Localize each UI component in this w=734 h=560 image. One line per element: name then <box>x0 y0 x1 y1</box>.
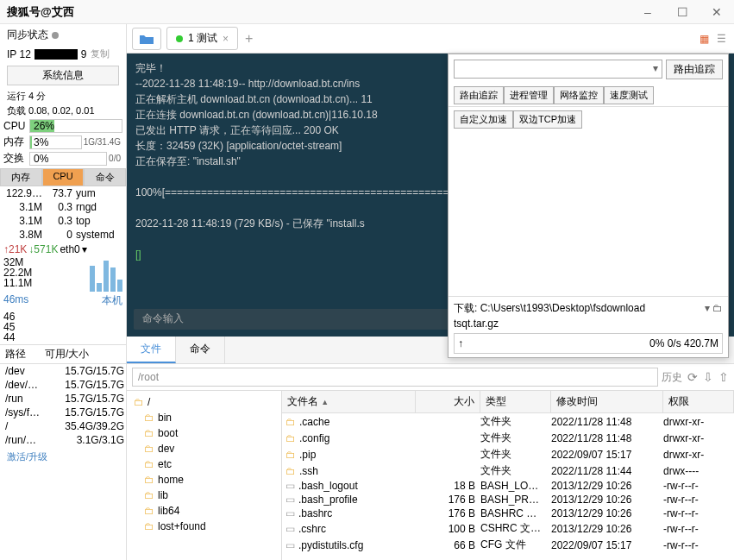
file-row[interactable]: ▭.bashrc176 BBASHRC …2013/12/29 10:26-rw… <box>282 507 734 520</box>
ping-ms: 46ms <box>3 293 28 308</box>
mem-extra: 1G/31.4G <box>84 137 122 147</box>
fp-tab[interactable]: 进程管理 <box>504 86 554 104</box>
col-type[interactable]: 类型 <box>480 391 551 412</box>
list-view-icon[interactable]: ☰ <box>713 31 729 47</box>
path-row[interactable]: /dev15.7G/15.7G <box>0 364 126 378</box>
maximize-button[interactable]: ☐ <box>665 0 699 24</box>
net-row: ↑21K ↓571K eth0 ▾ <box>0 242 126 257</box>
session-tab[interactable]: 1 测试 × <box>166 27 238 50</box>
sidebar: 同步状态 IP 12 9 复制 系统信息 运行 4 分 负载 0.08, 0.0… <box>0 24 127 560</box>
fp-tab[interactable]: 自定义加速 <box>454 110 513 129</box>
tab-files[interactable]: 文件 <box>127 337 176 363</box>
folder-icon: 🗀 <box>144 489 154 501</box>
file-row[interactable]: ▭.bash_profile176 BBASH_PR…2013/12/29 10… <box>282 493 734 507</box>
net-up: ↑21K <box>3 243 27 255</box>
file-row[interactable]: ▭.cshrc100 BCSHRC 文…2013/12/29 10:26-rw-… <box>282 520 734 537</box>
tree-item[interactable]: 🗀etc <box>130 456 278 472</box>
folder-icon[interactable]: 🗀 <box>712 302 723 314</box>
path-input[interactable] <box>132 368 658 387</box>
path-row[interactable]: /35.4G/39.2G <box>0 419 126 433</box>
tree-item[interactable]: 🗀bin <box>130 410 278 425</box>
tree-item[interactable]: 🗀lib <box>130 488 278 503</box>
cpu-meter: CPU 26% <box>0 118 126 134</box>
folder-open-icon <box>139 33 154 45</box>
col-date[interactable]: 修改时间 <box>551 391 663 412</box>
mem-pct: 3% <box>30 136 81 148</box>
fp-tab[interactable]: 路由追踪 <box>454 86 504 104</box>
fp-tab[interactable]: 速度测试 <box>604 86 654 104</box>
fp-tab[interactable]: 双边TCP加速 <box>513 110 582 129</box>
activate-link[interactable]: 激活/升级 <box>0 447 126 467</box>
upload-icon[interactable]: ⇧ <box>718 370 729 384</box>
file-row[interactable]: 🗀.pip文件夹2022/09/07 15:17drwxr-xr- <box>282 446 734 462</box>
tab-mem[interactable]: 内存 <box>0 168 42 186</box>
path-row[interactable]: /dev/…15.7G/15.7G <box>0 378 126 392</box>
tab-commands[interactable]: 命令 <box>176 337 225 363</box>
grid-view-icon[interactable]: ▦ <box>696 31 712 47</box>
traceroute-button[interactable]: 路由追踪 <box>666 60 723 79</box>
route-target-select[interactable]: ▾ <box>454 60 662 79</box>
path-row[interactable]: /run/…3.1G/3.1G <box>0 433 126 447</box>
folder-icon: 🗀 <box>285 432 296 444</box>
file-row[interactable]: ▭.bash_logout18 BBASH_LO…2013/12/29 10:2… <box>282 479 734 493</box>
swap-meter: 交换 0% 0/0 <box>0 150 126 167</box>
home-button[interactable] <box>132 28 161 50</box>
add-tab-button[interactable]: + <box>245 31 253 47</box>
minimize-button[interactable]: – <box>630 0 665 24</box>
list-header: 文件名 ▲ 大小 类型 修改时间 权限 <box>282 391 734 413</box>
process-row[interactable]: 3.1M0.3rngd <box>0 200 126 214</box>
tab-cmd[interactable]: 命令 <box>84 168 126 186</box>
system-info-button[interactable]: 系统信息 <box>7 66 119 85</box>
chevron-down-icon[interactable]: ▾ <box>705 302 710 314</box>
status-dot-icon <box>52 32 59 39</box>
chevron-down-icon: ▾ <box>653 62 658 74</box>
col-name[interactable]: 文件名 ▲ <box>282 391 416 412</box>
process-row[interactable]: 3.1M0.3top <box>0 214 126 228</box>
tree-item[interactable]: 🗀boot <box>130 425 278 441</box>
tree-item[interactable]: 🗀 / <box>130 394 278 410</box>
path-col: 路径 <box>2 347 45 362</box>
tab-cpu[interactable]: CPU <box>42 168 85 186</box>
file-row[interactable]: ▭.pydistutils.cfg66 BCFG 文件2022/09/07 15… <box>282 537 734 553</box>
file-row[interactable]: 🗀.cache文件夹2022/11/28 11:48drwxr-xr- <box>282 413 734 430</box>
path-row[interactable]: /sys/f…15.7G/15.7G <box>0 406 126 419</box>
close-button[interactable]: ✕ <box>699 0 734 24</box>
col-perm[interactable]: 权限 <box>663 391 734 412</box>
tree-item[interactable]: 🗀lost+found <box>130 519 278 534</box>
path-bar: 历史 ⟳ ⇩ ⇧ <box>127 364 734 391</box>
tree-item[interactable]: 🗀lib64 <box>130 503 278 519</box>
tree-item[interactable]: 🗀dev <box>130 441 278 456</box>
process-list: 122.9…73.7yum3.1M0.3rngd3.1M0.3top3.8M0s… <box>0 186 126 242</box>
cpu-label: CPU <box>3 120 28 132</box>
floating-panel: ▾ 路由追踪 路由追踪进程管理网络监控速度测试 自定义加速双边TCP加速 下载:… <box>448 53 729 358</box>
file-row[interactable]: 🗀.ssh文件夹2022/11/28 11:44drwx---- <box>282 462 734 479</box>
ping-host[interactable]: 本机 <box>102 293 122 308</box>
folder-icon: 🗀 <box>285 465 296 477</box>
file-icon: ▭ <box>285 480 295 492</box>
file-icon: ▭ <box>285 523 295 535</box>
copy-link[interactable]: 复制 <box>91 47 110 60</box>
sync-status-label: 同步状态 <box>7 28 48 42</box>
mem-meter: 内存 3% 1G/31.4G <box>0 134 126 150</box>
path-list: /dev15.7G/15.7G/dev/…15.7G/15.7G/run15.7… <box>0 364 126 447</box>
col-size[interactable]: 大小 <box>416 391 480 412</box>
download-item[interactable]: ↑ 0% 0/s 420.7M <box>454 333 723 354</box>
download-icon[interactable]: ⇩ <box>703 370 713 384</box>
path-row[interactable]: /run15.7G/15.7G <box>0 392 126 406</box>
cpu-pct: 26% <box>30 120 122 132</box>
tab-close-icon[interactable]: × <box>223 33 229 45</box>
process-row[interactable]: 3.8M0systemd <box>0 228 126 242</box>
fp-tab[interactable]: 网络监控 <box>554 86 604 104</box>
list-pane: 文件名 ▲ 大小 类型 修改时间 权限 🗀.cache文件夹2022/11/28… <box>282 391 734 560</box>
file-row[interactable]: 🗀.config文件夹2022/11/28 11:48drwxr-xr- <box>282 430 734 446</box>
tree-item[interactable]: 🗀home <box>130 472 278 488</box>
runtime-label: 运行 4 分 <box>0 89 126 104</box>
ip-prefix: IP 12 <box>7 48 31 60</box>
history-button[interactable]: 历史 <box>662 370 682 385</box>
folder-icon: 🗀 <box>285 416 296 428</box>
tree-pane[interactable]: 🗀 /🗀bin🗀boot🗀dev🗀etc🗀home🗀lib🗀lib64🗀lost… <box>127 391 282 560</box>
folder-icon: 🗀 <box>285 449 296 461</box>
chevron-down-icon[interactable]: ▾ <box>82 243 87 255</box>
refresh-icon[interactable]: ⟳ <box>687 370 698 384</box>
process-row[interactable]: 122.9…73.7yum <box>0 186 126 200</box>
